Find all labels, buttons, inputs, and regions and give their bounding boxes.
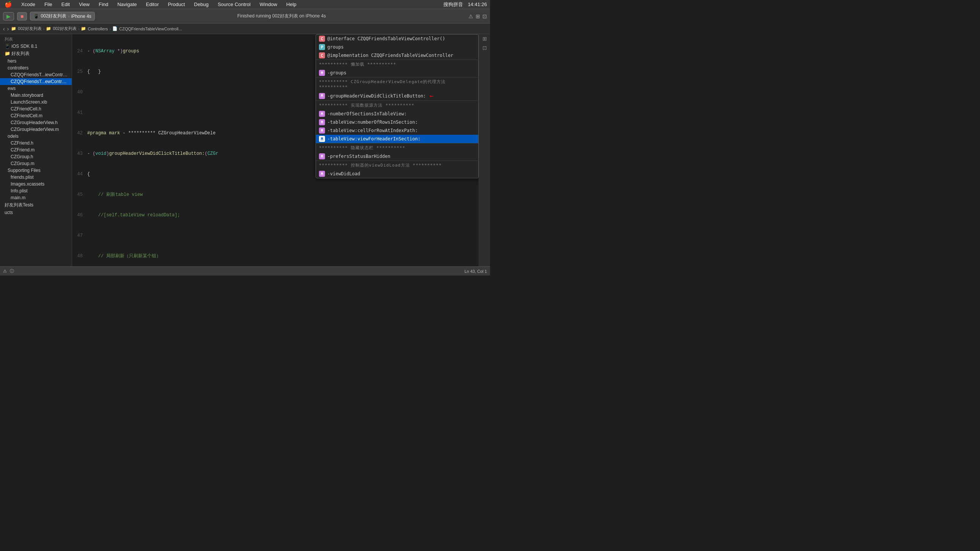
breadcrumb: 📁 002好友列表 › 📁 002好友列表 › 📁 Controllers › … (11, 26, 182, 32)
menu-window[interactable]: Window (258, 2, 279, 7)
scheme-selector[interactable]: 📱 002好友列表 › iPhone 4s (30, 12, 94, 21)
assistant-icon[interactable]: ⊡ (482, 13, 487, 19)
ac-item-statusbar[interactable]: M -prefersStatusBarHidden (316, 152, 478, 161)
bc-icon-1: 📁 (11, 26, 16, 31)
ac-sep-statusbar: ********** 隐藏状态栏 ********** (316, 143, 478, 152)
ac-badge-m4: M (319, 119, 325, 125)
ac-item-cellforrow[interactable]: M -tableView:cellForRowAtIndexPath: (316, 126, 478, 135)
toolbar-icons: ⚠ ⊞ ⊡ (468, 13, 487, 19)
sidebar-item-friendcell-h[interactable]: CZFriendCell.h (0, 105, 72, 112)
ac-text-groups-prop: groups (327, 45, 344, 50)
sidebar-item-launchscreen[interactable]: LaunchScreen.xib (0, 99, 72, 105)
sidebar-item-ucts[interactable]: ucts (0, 209, 72, 216)
ac-sep-lazy: ********** 懒加载 ********** (316, 60, 478, 69)
sidebar: 列表 📱 iOS SDK 8.1 📁 好友列表 hers controllers… (0, 34, 72, 266)
ac-item-groups-prop[interactable]: P groups (316, 43, 478, 51)
sidebar-item-controller-m[interactable]: CZQQFriendsT...ewController.m (0, 78, 72, 85)
toolbar: ▶ ■ 📱 002好友列表 › iPhone 4s Finished runni… (0, 9, 490, 24)
menu-source-control[interactable]: Source Control (216, 2, 252, 7)
ac-item-implementation[interactable]: C @implementation CZQQFriendsTableViewCo… (316, 51, 478, 60)
menu-editor[interactable]: Editor (145, 2, 161, 7)
ac-item-numrows[interactable]: M -tableView:numberOfRowsInSection: (316, 118, 478, 126)
ac-text-clicktitle: -groupHeaderViewDidClickTitleButton: (327, 93, 426, 99)
ac-text-numrows: -tableView:numberOfRowsInSection: (327, 119, 418, 125)
menu-navigate[interactable]: Navigate (116, 2, 138, 7)
inspector-icon[interactable]: ⊞ (482, 36, 487, 42)
cursor-position: Ln 43, Col 1 (465, 269, 487, 274)
bc-4[interactable]: CZQQFriendsTableViewControll... (119, 27, 182, 31)
bc-icon-3: 📁 (81, 26, 86, 31)
clock: 14:41:26 (468, 2, 487, 7)
sidebar-item-info[interactable]: Info.plist (0, 188, 72, 194)
sidebar-item-ews[interactable]: ews (0, 85, 72, 92)
sidebar-item-czgroup-h[interactable]: CZGroup.h (0, 153, 72, 160)
bc-1[interactable]: 002好友列表 (18, 26, 41, 32)
menu-view[interactable]: View (77, 2, 91, 7)
bc-2[interactable]: 002好友列表 (53, 26, 76, 32)
menu-edit[interactable]: Edit (60, 2, 71, 7)
sidebar-item-friendcell-m[interactable]: CZFriendCell.m (0, 112, 72, 119)
sidebar-item-tests[interactable]: 好友列表Tests (0, 201, 72, 209)
red-arrow-icon: ← (430, 92, 433, 99)
sidebar-section-list: 列表 (0, 34, 72, 43)
nav-forward[interactable]: › (7, 26, 9, 32)
menu-file[interactable]: File (43, 2, 54, 7)
menu-debug[interactable]: Debug (192, 2, 210, 7)
main-layout: 列表 📱 iOS SDK 8.1 📁 好友列表 hers controllers… (0, 34, 490, 266)
sidebar-item-hers[interactable]: hers (0, 58, 72, 65)
status-text: Finished running 002好友列表 on iPhone 4s (98, 13, 465, 19)
ac-text-cellforrow: -tableView:cellForRowAtIndexPath: (327, 128, 418, 133)
nav-back[interactable]: ‹ (3, 26, 5, 32)
ac-badge-m2: M (319, 93, 325, 99)
ac-badge-m8: M (319, 171, 325, 177)
menubar: 🍎 Xcode File Edit View Find Navigate Edi… (0, 0, 490, 9)
input-method: 搜狗拼音 (443, 1, 463, 8)
menu-product[interactable]: Product (167, 2, 186, 7)
sidebar-item-storyboard[interactable]: Main.storyboard (0, 92, 72, 99)
menu-find[interactable]: Find (97, 2, 110, 7)
sidebar-item-sdk[interactable]: 📱 iOS SDK 8.1 (0, 43, 72, 50)
sidebar-item-main[interactable]: main.m (0, 194, 72, 201)
ac-item-clicktitle[interactable]: M -groupHeaderViewDidClickTitleButton: ← (316, 91, 478, 100)
code-editor[interactable]: 24- (NSArray *)groups 25{ } 40 41 42#pra… (72, 34, 479, 266)
menu-xcode[interactable]: Xcode (20, 2, 37, 7)
scheme-label: 002好友列表 (41, 13, 66, 19)
bottombar: ⚠ ⓘ Ln 43, Col 1 (0, 266, 490, 276)
ac-text-numsections: -numberOfSectionsInTableView: (327, 111, 407, 116)
ac-sep-viewdidload: ********** 控制器的viewDidLoad方法 ********** (316, 161, 478, 170)
sidebar-item-friends[interactable]: 📁 好友列表 (0, 50, 72, 58)
ac-sep-datasource: ********** 实现数据源方法 ********** (316, 100, 478, 110)
ac-item-numsections[interactable]: M -numberOfSectionsInTableView: (316, 110, 478, 118)
menu-help[interactable]: Help (285, 2, 298, 7)
ac-sep-delegate: ********** CZGroupHeaderViewDelegate的代理方… (316, 77, 478, 91)
ac-text-implementation: @implementation CZQQFriendsTableViewCont… (327, 53, 453, 58)
sidebar-item-groupheader-m[interactable]: CZGroupHeaderView.m (0, 126, 72, 133)
split-view-icon[interactable]: ⊞ (476, 13, 480, 19)
sidebar-item-controller-h[interactable]: CZQQFriendsT...iewController.h (0, 71, 72, 78)
bc-icon-2: 📁 (46, 26, 51, 31)
sidebar-item-supporting[interactable]: Supporting Files (0, 167, 72, 174)
play-button[interactable]: ▶ (3, 12, 14, 21)
sidebar-item-czgroup-m[interactable]: CZGroup.m (0, 160, 72, 167)
ac-badge-m1: M (319, 70, 325, 76)
sidebar-item-controllers[interactable]: controllers (0, 65, 72, 71)
sidebar-item-groupheader-h[interactable]: CZGroupHeaderView.h (0, 119, 72, 126)
ac-text-groups-m: -groups (327, 70, 347, 75)
sidebar-item-czfriend-h[interactable]: CZFriend.h (0, 140, 72, 147)
sidebar-item-plist[interactable]: friends.plist (0, 174, 72, 181)
stop-icon: ■ (21, 13, 24, 19)
sidebar-item-odels[interactable]: odels (0, 133, 72, 140)
bc-3[interactable]: Controllers (88, 27, 108, 31)
info-badge: ⓘ (10, 268, 14, 274)
ac-item-interface[interactable]: C @interface CZQQFriendsTableViewControl… (316, 35, 478, 43)
ac-badge-c2: C (319, 53, 325, 59)
ac-badge-m3: M (319, 111, 325, 117)
ac-item-groups-m[interactable]: M -groups (316, 69, 478, 77)
apple-menu[interactable]: 🍎 (3, 1, 14, 8)
panel-icon-2[interactable]: ⊡ (482, 45, 487, 51)
sidebar-item-xcassets[interactable]: Images.xcassets (0, 181, 72, 188)
ac-item-viewforheader[interactable]: M -tableView:viewForHeaderInSection: (316, 135, 478, 143)
ac-item-viewdidload[interactable]: M -viewDidLoad (316, 170, 478, 178)
sidebar-item-czfriend-m[interactable]: CZFriend.m (0, 147, 72, 153)
stop-button[interactable]: ■ (17, 12, 27, 21)
